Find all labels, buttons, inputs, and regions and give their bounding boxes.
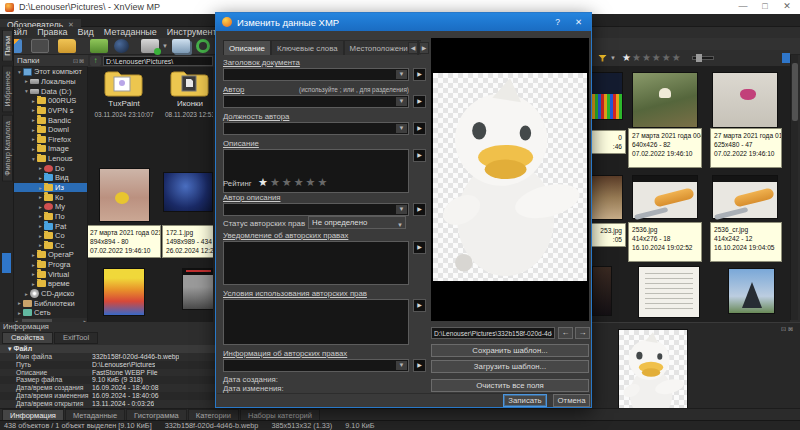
tree-expander-icon[interactable]: ▸ — [23, 78, 30, 84]
copyright-notice-label[interactable]: Уведомление об авторских правах — [223, 231, 348, 240]
sidebar-vtab-2[interactable]: Фильтр Каталога — [2, 115, 13, 182]
doc-title-expand-button[interactable]: ▶ — [413, 68, 426, 81]
author-expand-button[interactable]: ▶ — [413, 95, 426, 108]
star-icon[interactable]: ★ — [270, 176, 282, 188]
star-icon[interactable]: ★ — [306, 176, 318, 188]
star-icon[interactable]: ★ — [652, 52, 662, 63]
tree-item-000RUS[interactable]: ▸000RUS — [14, 96, 87, 106]
thumbnail-beetles[interactable] — [632, 72, 698, 128]
author-job-expand-button[interactable]: ▶ — [413, 122, 426, 135]
author-job-label[interactable]: Должность автора — [223, 112, 289, 121]
thumbnail-ballerina[interactable] — [712, 72, 778, 128]
tree-item-Progra[interactable]: ▸Progra — [14, 260, 87, 270]
folder-icon[interactable] — [58, 39, 76, 53]
copyright-info-label[interactable]: Информация об авторских правах — [223, 349, 347, 358]
author-job-input[interactable]: ▼ — [223, 122, 409, 135]
tree-expander-icon[interactable]: ▾ — [30, 156, 37, 162]
tree-item-CD-диско[interactable]: ▸CD-диско — [14, 289, 87, 299]
fullscreen-icon[interactable] — [31, 39, 49, 53]
tree-expander-icon[interactable]: ▸ — [16, 300, 23, 306]
thumbnail-comic[interactable] — [638, 266, 700, 318]
author-label[interactable]: Автор — [223, 85, 244, 94]
rating-stars[interactable]: ★★★★★★ — [258, 176, 329, 188]
next-file-icon[interactable]: → — [575, 327, 590, 339]
dialog-close-button[interactable]: ✕ — [571, 16, 586, 28]
previous-file-icon[interactable]: ← — [558, 327, 573, 339]
tree-item-време[interactable]: ▸време — [14, 279, 87, 289]
tabs-scroll-right-icon[interactable]: ▶ — [419, 42, 429, 54]
menu-item-Метаданные[interactable]: Метаданные — [99, 27, 162, 38]
tree-item-Вид[interactable]: ▸Вид — [14, 173, 87, 183]
search-icon[interactable] — [114, 39, 129, 53]
tree-expander-icon[interactable]: ▸ — [37, 165, 44, 171]
chevron-down-icon[interactable]: ▼ — [396, 124, 407, 133]
filter-funnel-icon[interactable] — [598, 55, 607, 62]
bottom-tab-Информация[interactable]: Информация — [2, 409, 64, 420]
maximize-button[interactable]: □ — [756, 0, 774, 14]
browser-vscrollbar[interactable] — [790, 55, 798, 320]
folder-up-icon[interactable]: ↑ — [90, 56, 101, 66]
thumbnail-spectrum[interactable] — [592, 72, 623, 120]
usage-terms-label[interactable]: Условия использования авторских прав — [223, 289, 367, 298]
images-stack-icon[interactable] — [172, 39, 190, 53]
copyright-notice-textarea[interactable] — [223, 241, 409, 285]
load-template-button[interactable]: Загрузить шаблон... — [431, 360, 589, 373]
info-tab-Свойства[interactable]: Свойства — [2, 332, 53, 344]
dialog-tab-Описание[interactable]: Описание — [223, 40, 271, 55]
tree-item-Локальны[interactable]: ▸Локальны — [14, 77, 87, 87]
description-label[interactable]: Описание — [223, 139, 259, 148]
panel-detach-close-icons[interactable]: ⊡⊠ — [73, 57, 85, 64]
bottom-tab-Метаданные[interactable]: Метаданные — [65, 409, 125, 420]
sidebar-vtab-0[interactable]: Папки — [2, 30, 13, 62]
tree-item-Lenous[interactable]: ▾Lenous — [14, 154, 87, 164]
star-icon[interactable]: ★ — [632, 52, 642, 63]
tree-item-Ко[interactable]: ▸Ко — [14, 192, 87, 202]
tree-item-Сеть[interactable]: ▸Сеть — [14, 308, 87, 318]
tree-item-Из[interactable]: ▸Из — [14, 183, 87, 193]
tree-expander-icon[interactable]: ▸ — [37, 223, 44, 229]
tree-expander-icon[interactable]: ▸ — [37, 194, 44, 200]
tree-expander-icon[interactable]: ▸ — [37, 175, 44, 181]
tree-expander-icon[interactable]: ▸ — [30, 271, 37, 277]
copyright-info-expand-button[interactable]: ▶ — [413, 359, 426, 372]
tree-item-Этот компьют[interactable]: ▾Этот компьют — [14, 67, 87, 77]
tree-expander-icon[interactable]: ▸ — [30, 281, 37, 287]
thumbnail-starry-photo[interactable] — [163, 172, 213, 212]
tree-expander-icon[interactable]: ▸ — [30, 98, 37, 104]
tree-expander-icon[interactable]: ▾ — [23, 88, 30, 94]
tree-expander-icon[interactable]: ▸ — [30, 117, 37, 123]
tree-expander-icon[interactable]: ▸ — [30, 136, 37, 142]
splitter-indicator[interactable] — [2, 253, 11, 273]
thumbnail-axe-meme[interactable] — [632, 175, 698, 219]
tabs-scroll-left-icon[interactable]: ◀ — [408, 42, 418, 54]
tree-expander-icon[interactable]: ▸ — [30, 262, 37, 268]
rating-filter[interactable]: ★★★★★★ — [622, 53, 682, 63]
tree-item-Bandic[interactable]: ▸Bandic — [14, 115, 87, 125]
usage-terms-textarea[interactable] — [223, 299, 409, 345]
tree-item-Virtual[interactable]: ▸Virtual — [14, 269, 87, 279]
new-image-icon[interactable] — [141, 39, 159, 53]
tree-expander-icon[interactable]: ▸ — [37, 242, 44, 248]
copyright-info-input[interactable]: ▼ — [223, 359, 409, 372]
chevron-down-icon[interactable]: ▼ — [396, 205, 407, 214]
pane-detach-close-icons[interactable]: ⊡⊠ — [781, 325, 795, 332]
tree-item-Cc[interactable]: ▸Cc — [14, 241, 87, 251]
tree-item-Image[interactable]: ▸Image — [14, 144, 87, 154]
thumbnail-baby-photo[interactable] — [99, 168, 150, 222]
star-icon[interactable]: ★ — [294, 176, 306, 188]
tree-expander-icon[interactable]: ▸ — [30, 127, 37, 133]
thumbnail-dark-photo[interactable] — [592, 266, 612, 316]
star-icon[interactable]: ★ — [622, 52, 632, 63]
bottom-tab-Наборы категорий[interactable]: Наборы категорий — [240, 409, 320, 420]
caption-writer-expand-button[interactable]: ▶ — [413, 203, 426, 216]
tree-expander-icon[interactable]: ▸ — [37, 204, 44, 210]
dialog-tab-Ключевые слова[interactable]: Ключевые слова — [271, 40, 344, 55]
thumbnail-book-cover[interactable] — [103, 268, 145, 316]
caption-writer-input[interactable]: ▼ — [223, 203, 409, 216]
thumbnail-eye-meme[interactable] — [182, 268, 213, 310]
dialog-help-button[interactable]: ? — [550, 16, 565, 28]
filter-dropdown-icon[interactable]: ▼ — [610, 55, 616, 61]
author-input[interactable]: ▼ — [223, 95, 409, 108]
tree-item-Do[interactable]: ▸Do — [14, 163, 87, 173]
thumbnail-axe-meme-crop[interactable] — [712, 175, 778, 219]
